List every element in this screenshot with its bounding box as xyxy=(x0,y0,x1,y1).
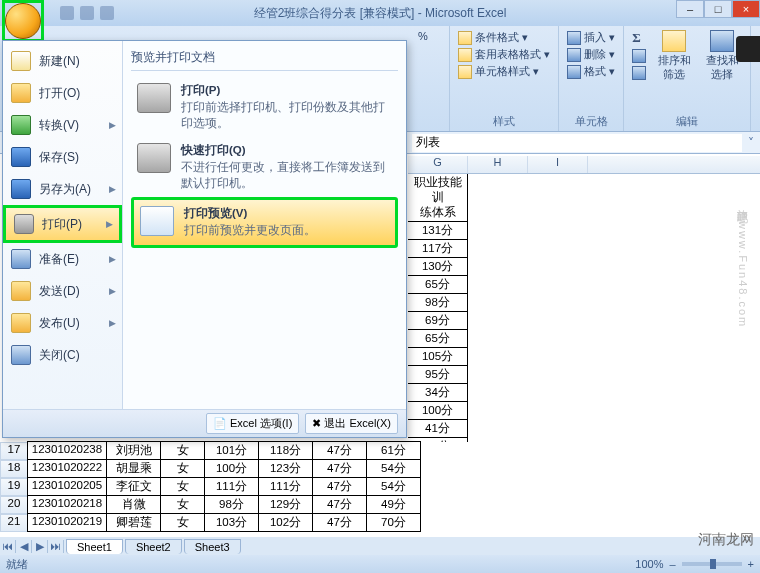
office-button[interactable] xyxy=(2,0,44,42)
zoom-in-button[interactable]: + xyxy=(748,558,754,570)
tab-sheet2[interactable]: Sheet2 xyxy=(125,539,182,554)
format-button[interactable]: 格式 ▾ xyxy=(584,64,615,79)
minimize-button[interactable]: – xyxy=(676,0,704,18)
submenu-print[interactable]: 打印(P) 打印前选择打印机、打印份数及其他打印选项。 xyxy=(131,77,398,137)
cell[interactable]: 111分 xyxy=(258,477,313,496)
cell[interactable]: 98分 xyxy=(408,294,468,312)
menu-print[interactable]: 打印(P)▶ xyxy=(3,205,122,243)
menu-save[interactable]: 保存(S) xyxy=(3,141,122,173)
zoom-out-button[interactable]: – xyxy=(669,558,675,570)
menu-publish[interactable]: 发布(U)▶ xyxy=(3,307,122,339)
menu-open[interactable]: 打开(O) xyxy=(3,77,122,109)
cell[interactable]: 12301020218 xyxy=(27,495,107,514)
maximize-button[interactable]: □ xyxy=(704,0,732,18)
cell[interactable]: 69分 xyxy=(408,312,468,330)
qat-undo-icon[interactable] xyxy=(80,6,94,20)
cell[interactable]: 47分 xyxy=(312,459,367,478)
tab-nav-first[interactable]: ⏮ xyxy=(0,540,16,553)
cell[interactable]: 102分 xyxy=(258,513,313,532)
row-header[interactable]: 20 xyxy=(0,496,28,514)
cell[interactable]: 47分 xyxy=(312,495,367,514)
cell[interactable]: 李征文 xyxy=(106,477,161,496)
menu-new[interactable]: 新建(N) xyxy=(3,45,122,77)
cell[interactable]: 胡显乘 xyxy=(106,459,161,478)
cell[interactable]: 12301020219 xyxy=(27,513,107,532)
zoom-slider[interactable] xyxy=(682,562,742,566)
row-header[interactable]: 19 xyxy=(0,478,28,496)
cell[interactable]: 118分 xyxy=(258,441,313,460)
exit-excel-button[interactable]: ✖ 退出 Excel(X) xyxy=(305,413,398,434)
menu-send[interactable]: 发送(D)▶ xyxy=(3,275,122,307)
cell[interactable]: 47分 xyxy=(312,477,367,496)
col-header[interactable]: G xyxy=(408,156,468,173)
menu-save-as[interactable]: 另存为(A)▶ xyxy=(3,173,122,205)
cell[interactable]: 12301020222 xyxy=(27,459,107,478)
cell[interactable]: 女 xyxy=(160,459,205,478)
zoom-level[interactable]: 100% xyxy=(635,558,663,570)
cell[interactable]: 54分 xyxy=(366,477,421,496)
cell[interactable]: 105分 xyxy=(408,348,468,366)
table-format-button[interactable]: 套用表格格式 ▾ xyxy=(475,47,550,62)
cell[interactable]: 98分 xyxy=(204,495,259,514)
sort-filter-button[interactable]: 排序和筛选 xyxy=(654,30,694,82)
cell[interactable]: 职业技能训练体系 xyxy=(408,174,468,222)
cell[interactable]: 61分 xyxy=(366,441,421,460)
excel-options-button[interactable]: 📄 Excel 选项(I) xyxy=(206,413,299,434)
cell[interactable]: 130分 xyxy=(408,258,468,276)
cell[interactable]: 123分 xyxy=(258,459,313,478)
cell[interactable]: 103分 xyxy=(204,513,259,532)
cell[interactable]: 70分 xyxy=(366,513,421,532)
sigma-icon[interactable]: Σ xyxy=(632,30,646,46)
cell[interactable]: 41分 xyxy=(408,420,468,438)
tab-nav-prev[interactable]: ◀ xyxy=(16,540,32,553)
menu-close[interactable]: 关闭(C) xyxy=(3,339,122,371)
tab-sheet3[interactable]: Sheet3 xyxy=(184,539,241,554)
tab-nav-next[interactable]: ▶ xyxy=(32,540,48,553)
cell[interactable]: 卿碧莲 xyxy=(106,513,161,532)
cell[interactable]: 刘玥池 xyxy=(106,441,161,460)
cell[interactable]: 女 xyxy=(160,513,205,532)
conditional-format-button[interactable]: 条件格式 ▾ xyxy=(475,30,528,45)
cell-styles-button[interactable]: 单元格样式 ▾ xyxy=(475,64,539,79)
cell[interactable]: 肖微 xyxy=(106,495,161,514)
tab-sheet1[interactable]: Sheet1 xyxy=(66,539,123,554)
cell[interactable]: 100分 xyxy=(408,402,468,420)
cell[interactable]: 95分 xyxy=(408,366,468,384)
cell[interactable]: 131分 xyxy=(408,222,468,240)
col-header[interactable]: H xyxy=(468,156,528,173)
delete-button[interactable]: 删除 ▾ xyxy=(584,47,615,62)
cell[interactable]: 女 xyxy=(160,477,205,496)
menu-prepare[interactable]: 准备(E)▶ xyxy=(3,243,122,275)
cell[interactable]: 54分 xyxy=(366,459,421,478)
cell[interactable]: 49分 xyxy=(366,495,421,514)
submenu-print-preview[interactable]: 打印预览(V) 打印前预览并更改页面。 xyxy=(131,197,398,248)
formula-bar[interactable] xyxy=(412,134,742,152)
percent-icon[interactable]: % xyxy=(418,30,428,42)
close-button[interactable]: × xyxy=(732,0,760,18)
fx-expand-icon[interactable]: ˅ xyxy=(742,136,760,150)
cell[interactable]: 47分 xyxy=(312,513,367,532)
cell[interactable]: 101分 xyxy=(204,441,259,460)
cell[interactable]: 女 xyxy=(160,495,205,514)
clear-icon[interactable] xyxy=(632,66,646,80)
cell[interactable]: 129分 xyxy=(258,495,313,514)
cell[interactable]: 100分 xyxy=(204,459,259,478)
cell[interactable]: 111分 xyxy=(204,477,259,496)
fill-icon[interactable] xyxy=(632,49,646,63)
cell[interactable]: 117分 xyxy=(408,240,468,258)
cell[interactable]: 47分 xyxy=(312,441,367,460)
cell[interactable]: 12301020238 xyxy=(27,441,107,460)
row-header[interactable]: 18 xyxy=(0,460,28,478)
tab-nav-last[interactable]: ⏭ xyxy=(48,540,64,553)
insert-button[interactable]: 插入 ▾ xyxy=(584,30,615,45)
row-header[interactable]: 21 xyxy=(0,514,28,532)
qat-redo-icon[interactable] xyxy=(100,6,114,20)
col-header[interactable]: I xyxy=(528,156,588,173)
row-header[interactable]: 17 xyxy=(0,442,28,460)
qat-save-icon[interactable] xyxy=(60,6,74,20)
menu-convert[interactable]: 转换(V)▶ xyxy=(3,109,122,141)
submenu-quick-print[interactable]: 快速打印(Q) 不进行任何更改，直接将工作簿发送到默认打印机。 xyxy=(131,137,398,197)
cell[interactable]: 65分 xyxy=(408,330,468,348)
cell[interactable]: 34分 xyxy=(408,384,468,402)
cell[interactable]: 女 xyxy=(160,441,205,460)
